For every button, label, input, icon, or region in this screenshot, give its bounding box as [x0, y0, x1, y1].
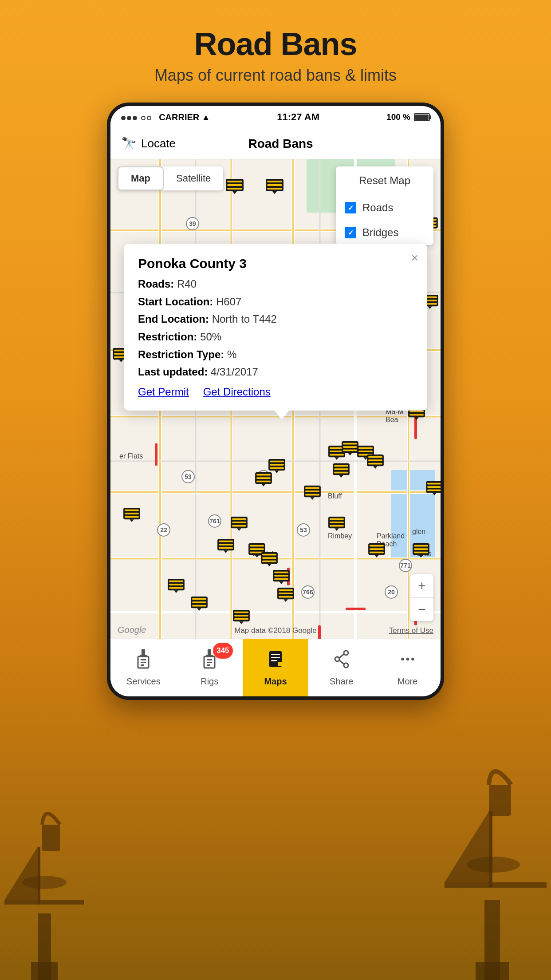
map-attribution: Map data ©2018 Google — [234, 626, 317, 635]
svg-rect-214 — [278, 662, 282, 666]
maps-icon — [268, 649, 283, 673]
svg-rect-190 — [234, 615, 248, 616]
locate-button[interactable]: 🔭 Locate — [121, 136, 176, 151]
svg-point-216 — [335, 657, 339, 661]
tab-maps[interactable]: Maps — [243, 639, 309, 696]
svg-rect-234 — [489, 785, 511, 816]
map-pin-33[interactable] — [260, 549, 279, 569]
svg-rect-213 — [271, 660, 277, 661]
svg-point-227 — [22, 876, 67, 889]
svg-rect-200 — [141, 662, 146, 663]
svg-rect-111 — [343, 450, 357, 451]
svg-rect-166 — [262, 557, 276, 559]
svg-rect-228 — [42, 825, 60, 851]
svg-rect-134 — [305, 490, 319, 492]
svg-rect-123 — [334, 472, 348, 474]
svg-rect-208 — [207, 664, 210, 666]
map-pin-40[interactable] — [411, 540, 431, 560]
map-pin-28[interactable] — [229, 514, 249, 533]
map-pin-29[interactable] — [327, 514, 346, 533]
svg-rect-37 — [227, 181, 242, 182]
svg-rect-182 — [169, 584, 183, 585]
svg-rect-149 — [330, 518, 344, 520]
map-pin-1[interactable] — [225, 176, 244, 196]
map-pin-30[interactable] — [425, 478, 441, 498]
status-bar: CARRIER ▲ 11:27 AM 100 % — [110, 106, 441, 128]
map-pin-24[interactable] — [254, 469, 273, 489]
tab-rigs[interactable]: 345 Rigs — [177, 639, 243, 696]
svg-rect-185 — [192, 598, 206, 600]
svg-rect-131 — [256, 481, 271, 482]
svg-rect-173 — [279, 589, 293, 591]
terms-link[interactable]: Terms of Use — [389, 626, 433, 635]
map-pin-27[interactable] — [122, 505, 142, 524]
reset-map-button[interactable]: Reset Map — [336, 166, 433, 195]
binoculars-icon: 🔭 — [121, 136, 137, 151]
svg-rect-225 — [4, 900, 84, 905]
svg-rect-129 — [256, 474, 271, 476]
map-type-map-button[interactable]: Map — [118, 166, 164, 190]
svg-rect-118 — [368, 459, 382, 461]
signal-dots — [121, 111, 153, 123]
svg-rect-195 — [414, 552, 428, 553]
get-directions-link[interactable]: Get Directions — [203, 386, 271, 398]
svg-rect-207 — [207, 662, 212, 663]
popup-type-row: Restriction Type: % — [138, 347, 413, 362]
roads-label: Roads — [362, 202, 393, 214]
map-pin-37[interactable] — [166, 576, 186, 595]
road-circle-53b: 53 — [297, 523, 310, 537]
svg-rect-109 — [343, 443, 357, 445]
svg-line-218 — [339, 654, 344, 658]
popup-updated-value: 4/31/2017 — [211, 366, 258, 378]
map-pin-21[interactable] — [366, 451, 385, 471]
map-type-satellite-button[interactable]: Satellite — [164, 166, 223, 190]
map-pin-22[interactable] — [331, 460, 351, 480]
bridges-checkbox[interactable] — [345, 227, 356, 238]
zoom-in-button[interactable]: + — [410, 574, 433, 597]
status-time: 11:27 AM — [277, 111, 319, 123]
map-pin-31[interactable] — [367, 540, 386, 560]
tab-share-label: Share — [330, 676, 353, 687]
roads-checkbox[interactable] — [345, 202, 356, 213]
map-pin-34[interactable] — [272, 567, 291, 586]
map-pin-35[interactable] — [276, 585, 295, 604]
svg-rect-147 — [232, 525, 246, 527]
map-pin-25[interactable] — [303, 482, 322, 502]
wifi-icon: ▲ — [202, 113, 210, 122]
battery-icon — [414, 113, 430, 121]
tab-share[interactable]: Share — [308, 639, 374, 696]
svg-rect-167 — [262, 561, 276, 562]
popup-close-button[interactable]: × — [411, 251, 418, 265]
svg-rect-135 — [305, 494, 319, 496]
svg-rect-159 — [370, 552, 384, 553]
svg-rect-193 — [414, 545, 428, 547]
map-pin-36[interactable] — [216, 536, 236, 555]
map-pin-39[interactable] — [232, 607, 251, 626]
share-icon — [334, 649, 350, 673]
svg-rect-113 — [358, 447, 373, 449]
svg-rect-224 — [31, 962, 58, 980]
popup-roads-row: Roads: R40 — [138, 277, 413, 292]
map-pin-2[interactable] — [265, 176, 284, 196]
services-icon — [135, 649, 151, 673]
svg-rect-110 — [343, 446, 357, 448]
tab-more[interactable]: More — [374, 639, 441, 696]
filter-roads[interactable]: Roads — [336, 195, 433, 220]
svg-rect-126 — [270, 464, 284, 466]
svg-rect-143 — [125, 516, 139, 518]
svg-rect-161 — [250, 545, 264, 547]
svg-point-221 — [406, 657, 409, 660]
popup-restriction-value: 50% — [200, 331, 221, 343]
svg-rect-194 — [414, 548, 428, 550]
status-left: CARRIER ▲ — [121, 111, 210, 123]
filter-dropdown: Reset Map Roads Bridges — [336, 166, 433, 245]
svg-rect-154 — [427, 486, 441, 488]
get-permit-link[interactable]: Get Permit — [138, 386, 189, 398]
map-pin-38[interactable] — [189, 593, 209, 613]
tab-services[interactable]: Services — [110, 639, 177, 696]
zoom-out-button[interactable]: − — [410, 598, 433, 621]
svg-rect-103 — [409, 414, 424, 416]
map-container[interactable]: Rapids Berrymoor Carnwood Alsike Warburg… — [110, 159, 441, 639]
svg-rect-122 — [334, 468, 348, 470]
filter-bridges[interactable]: Bridges — [336, 220, 433, 245]
